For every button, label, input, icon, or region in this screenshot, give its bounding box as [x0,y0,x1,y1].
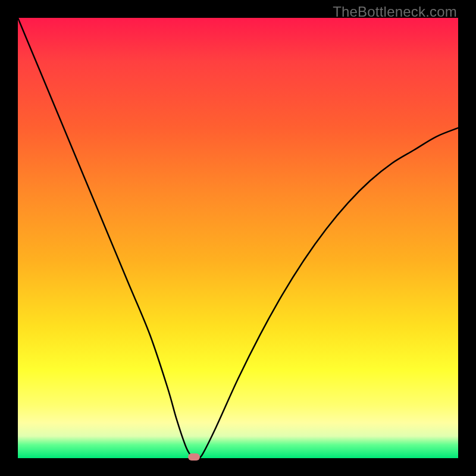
minimum-marker [188,453,200,461]
chart-frame: TheBottleneck.com [0,0,476,476]
curve-svg [18,18,458,458]
plot-area [18,18,458,458]
bottleneck-curve [18,18,458,458]
